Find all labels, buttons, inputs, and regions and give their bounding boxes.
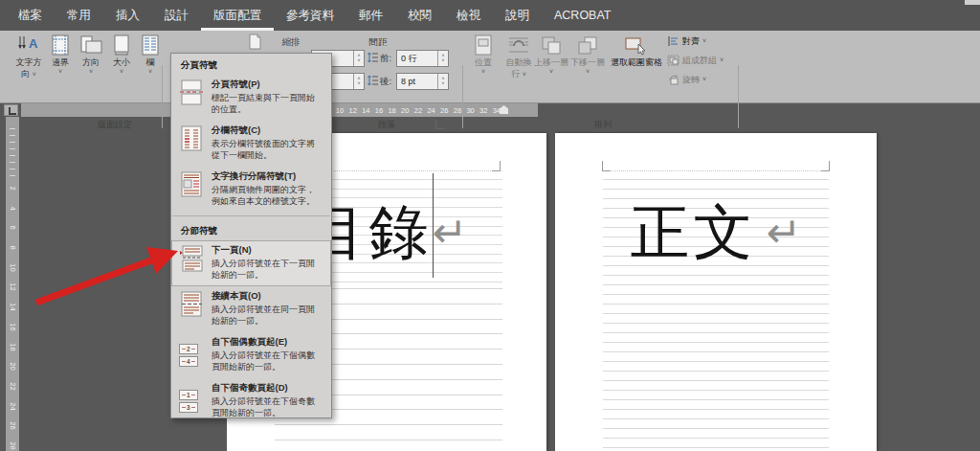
align-icon bbox=[667, 35, 679, 47]
rotate-button[interactable]: 旋轉 ˅ bbox=[667, 74, 717, 85]
breaks-dropdown-menu: 分頁符號 分頁符號(P) 標記一頁結束與下一頁開始的位置。 分欄符號(C) 表示… bbox=[170, 53, 332, 418]
page-break-icon bbox=[179, 79, 204, 115]
tab-insert[interactable]: 插入 bbox=[103, 0, 152, 31]
column-break-icon bbox=[179, 124, 204, 161]
tab-home[interactable]: 常用 bbox=[55, 0, 103, 31]
bring-forward-icon bbox=[540, 34, 563, 56]
orientation-icon bbox=[79, 34, 102, 56]
indent-column-label: 縮排 bbox=[272, 36, 310, 49]
page2-heading-row[interactable]: 正文 ↵ bbox=[555, 177, 877, 288]
continuous-title: 接續本頁(O) bbox=[212, 290, 325, 303]
odd-page-desc: 插入分節符號並在下個奇數頁開始新的一節。 bbox=[212, 396, 319, 418]
next-page-title: 下一頁(N) bbox=[212, 244, 325, 257]
menu-item-text-wrapping-break[interactable]: 文字換行分隔符號(T) 分隔網頁物件周圍的文字，例如來自本文的標號文字。 bbox=[171, 167, 331, 213]
page2-margin-corner-left-icon bbox=[602, 161, 611, 171]
wrap-text-button[interactable]: 自動換 行 ˅ bbox=[501, 34, 536, 79]
even-page-icon: 2 4 bbox=[179, 336, 204, 372]
menu-item-continuous[interactable]: 接續本頁(O) 插入分節符號並在同一頁開始新的一節。 bbox=[171, 286, 331, 332]
tab-view[interactable]: 檢視 bbox=[444, 0, 493, 31]
group-label-paragraph: 段落 bbox=[358, 119, 415, 131]
svg-text:A: A bbox=[29, 36, 38, 51]
tab-selector[interactable] bbox=[4, 104, 18, 116]
page2-margin-corner-right-icon bbox=[821, 161, 830, 171]
continuous-break-icon bbox=[179, 290, 204, 327]
spacing-column-label: 間距 bbox=[359, 36, 397, 49]
text-direction-icon: A bbox=[16, 34, 41, 56]
page2-top-margin-line bbox=[603, 170, 829, 171]
size-label: 大小 bbox=[113, 57, 130, 67]
word-window: 檔案 常用 插入 設計 版面配置 參考資料 郵件 校閱 檢視 說明 ACROBA… bbox=[0, 0, 980, 451]
vertical-ruler-numbers: 246810121416182022242628 bbox=[6, 184, 19, 450]
orientation-button[interactable]: 方向 ˅ bbox=[77, 34, 105, 75]
tab-acrobat[interactable]: ACROBAT bbox=[542, 0, 624, 31]
ribbon: A 文字方 向 ˅ 邊界 ˅ 方向 ˅ 大小 ˅ bbox=[0, 31, 980, 103]
continuous-desc: 插入分節符號並在同一頁開始新的一節。 bbox=[212, 304, 319, 327]
spacing-before-label: 前: bbox=[380, 53, 391, 65]
size-button[interactable]: 大小 ˅ bbox=[107, 34, 136, 75]
vertical-ruler-ticks bbox=[10, 128, 15, 178]
group-chevron: ˅ bbox=[720, 57, 724, 63]
spacing-after-icon bbox=[368, 75, 378, 86]
size-icon bbox=[112, 34, 131, 56]
group-divider-2 bbox=[462, 65, 463, 128]
page1-paragraph-end: ↵ bbox=[433, 212, 468, 254]
group-label: 組成群組 bbox=[682, 56, 717, 65]
tab-design[interactable]: 設計 bbox=[152, 0, 201, 31]
send-backward-label: 下移一層 bbox=[570, 57, 605, 67]
position-chevron: ˅ bbox=[481, 69, 485, 75]
paragraph-dialog-launcher-icon[interactable] bbox=[435, 120, 445, 129]
menu-section-page-breaks: 分頁符號 bbox=[171, 54, 331, 75]
selection-pane-button[interactable]: 選取範圍窗格 bbox=[609, 34, 664, 67]
bring-forward-button[interactable]: 上移一層 ˅ bbox=[532, 34, 570, 75]
bring-forward-chevron: ˅ bbox=[549, 69, 553, 75]
text-wrapping-break-icon bbox=[179, 170, 204, 207]
group-button[interactable]: 組成群組 ˅ bbox=[667, 55, 728, 66]
tab-mailings[interactable]: 郵件 bbox=[346, 0, 395, 31]
spacing-after-field[interactable]: 8 pt ˄˅ bbox=[396, 73, 449, 90]
align-label: 對齊 bbox=[682, 36, 700, 46]
menu-item-odd-page[interactable]: 1 3 自下個奇數頁起(D) 插入分節符號並在下個奇數頁開始新的一節。 bbox=[171, 378, 331, 424]
spacing-after-label: 後: bbox=[380, 76, 391, 88]
group-label-page-setup: 版面設定 bbox=[57, 119, 172, 131]
tab-file[interactable]: 檔案 bbox=[6, 0, 55, 31]
tab-layout[interactable]: 版面配置 bbox=[201, 0, 274, 31]
menu-item-column-break[interactable]: 分欄符號(C) 表示分欄符號後面的文字將從下一欄開始。 bbox=[171, 121, 331, 167]
document-page-body[interactable]: 正文 ↵ bbox=[555, 133, 877, 451]
tab-references[interactable]: 參考資料 bbox=[274, 0, 346, 31]
spacing-after-value: 8 pt bbox=[397, 77, 437, 86]
margins-button[interactable]: 邊界 ˅ bbox=[46, 34, 75, 75]
odd-page-title: 自下個奇數頁起(D) bbox=[212, 382, 325, 395]
indent-left-spinner[interactable]: ˄˅ bbox=[353, 51, 364, 66]
columns-button[interactable]: 欄 ˅ bbox=[138, 34, 163, 75]
send-backward-icon bbox=[576, 34, 599, 56]
column-break-title: 分欄符號(C) bbox=[212, 124, 325, 137]
margins-icon bbox=[51, 34, 70, 56]
spacing-before-icon bbox=[368, 52, 378, 63]
position-button[interactable]: 位置 ˅ bbox=[469, 34, 498, 75]
menu-item-next-page[interactable]: 下一頁(N) 插入分節符號並在下一頁開始新的一節。 bbox=[171, 240, 331, 286]
align-button[interactable]: 對齊 ˅ bbox=[667, 35, 724, 47]
group-divider-3 bbox=[738, 65, 739, 128]
bring-forward-label: 上移一層 bbox=[534, 57, 568, 67]
spacing-before-field[interactable]: 0 行 ˄˅ bbox=[396, 50, 449, 67]
line-numbers-icon[interactable] bbox=[247, 34, 263, 50]
menu-item-page-break[interactable]: 分頁符號(P) 標記一頁結束與下一頁開始的位置。 bbox=[171, 75, 331, 121]
page1-return-mark-icon: ↵ bbox=[433, 212, 468, 254]
spacing-before-spinner[interactable]: ˄˅ bbox=[437, 51, 448, 66]
margins-label: 邊界 bbox=[52, 57, 69, 67]
tab-help[interactable]: 說明 bbox=[493, 0, 542, 31]
text-direction-label2: 向 ˅ bbox=[21, 69, 36, 79]
menu-item-even-page[interactable]: 2 4 自下個偶數頁起(E) 插入分節符號並在下個偶數頁開始新的一節。 bbox=[171, 332, 331, 378]
group-label-arrange: 排列 bbox=[574, 119, 632, 131]
tab-review[interactable]: 校閱 bbox=[395, 0, 444, 31]
page2-return-mark-icon: ↵ bbox=[767, 212, 802, 254]
spacing-after-spinner[interactable]: ˄˅ bbox=[437, 74, 448, 89]
indent-right-spinner[interactable]: ˄˅ bbox=[353, 74, 364, 89]
text-direction-button[interactable]: A 文字方 向 ˅ bbox=[11, 34, 46, 79]
send-backward-button[interactable]: 下移一層 ˅ bbox=[568, 34, 607, 75]
menu-bar: 檔案 常用 插入 設計 版面配置 參考資料 郵件 校閱 檢視 說明 ACROBA… bbox=[0, 0, 980, 31]
page2-heading[interactable]: 正文 bbox=[631, 192, 757, 273]
column-break-desc: 表示分欄符號後面的文字將從下一欄開始。 bbox=[212, 139, 319, 161]
vertical-ruler[interactable]: 246810121416182022242628 bbox=[6, 117, 19, 451]
even-page-desc: 插入分節符號並在下個偶數頁開始新的一節。 bbox=[212, 350, 319, 372]
